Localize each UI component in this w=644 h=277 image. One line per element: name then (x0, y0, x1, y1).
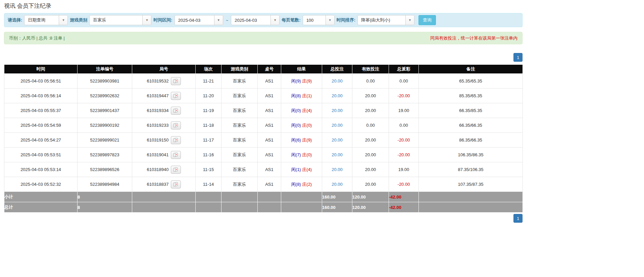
total-bet-link[interactable]: 20.00 (332, 78, 343, 84)
page-1-button[interactable]: 1 (513, 214, 523, 223)
result-player: 闲(8) (291, 93, 301, 98)
cell-session: 11-16 (196, 148, 221, 162)
result-banker: 庄(0) (302, 152, 312, 157)
game-type-label: 游戏类别 (70, 17, 87, 23)
table-row: 2025-04-03 05:52:32 522389894984 6103188… (4, 177, 523, 192)
view-cards-button[interactable] (171, 107, 181, 115)
total-bet-link[interactable]: 20.00 (332, 123, 343, 128)
cell-valid-bet: 20.00 (352, 162, 389, 177)
time-range-label: 时间区间: (153, 17, 172, 23)
cell-bet-id: 522389902632 (78, 89, 132, 103)
cell-bet-id: 522389896526 (78, 162, 132, 177)
search-button[interactable]: 查询 (418, 15, 436, 25)
cell-table-no: AS1 (258, 162, 281, 177)
total-bet-link[interactable]: 20.00 (332, 182, 343, 187)
cell-result: 闲(9) 庄(9) (281, 74, 322, 89)
cell-remark: 87.35/106.35 (419, 162, 523, 177)
cell-payout: -20.00 (389, 148, 419, 162)
table-row: 2025-04-03 05:56:51 522389903981 6103195… (4, 74, 523, 89)
cell-valid-bet: 20.00 (352, 133, 389, 148)
view-cards-button[interactable] (171, 92, 181, 100)
cell-table-no: AS1 (258, 89, 281, 103)
subtotal-valid-bet: 120.00 (352, 192, 389, 202)
total-bet-link[interactable]: 20.00 (332, 167, 343, 172)
round-id-text: 610319334 (147, 108, 168, 113)
cell-remark: 107.35/87.35 (419, 177, 523, 192)
query-type-select[interactable]: 日期查询 ▼ (24, 15, 68, 25)
cards-icon (173, 79, 179, 83)
cell-time: 2025-04-03 05:53:51 (4, 148, 78, 162)
result-player: 闲(0) (291, 123, 301, 128)
total-bet-link[interactable]: 20.00 (332, 108, 343, 113)
cell-bet-id: 522389899021 (78, 133, 132, 148)
cell-bet-id: 522389894984 (78, 177, 132, 192)
table-body: 2025-04-03 05:56:51 522389903981 6103195… (4, 74, 523, 192)
result-banker: 庄(1) (302, 93, 312, 98)
cell-time: 2025-04-03 05:56:14 (4, 89, 78, 103)
cards-icon (173, 108, 179, 113)
cell-payout: -20.00 (389, 133, 419, 148)
round-id-text: 610319233 (147, 123, 168, 128)
cell-total-bet: 20.00 (322, 177, 352, 192)
cell-total-bet: 20.00 (322, 118, 352, 133)
cell-bet-id: 522389901437 (78, 103, 132, 118)
result-banker: 庄(4) (302, 108, 312, 113)
view-cards-button[interactable] (171, 166, 181, 174)
view-cards-button[interactable] (171, 77, 181, 85)
cards-icon (173, 94, 179, 98)
cell-bet-id: 522389897823 (78, 148, 132, 162)
result-player: 闲(6) (291, 137, 301, 143)
total-valid-bet: 120.00 (352, 202, 389, 213)
header-total-bet: 总投注 (322, 65, 352, 74)
total-bet-link[interactable]: 20.00 (332, 137, 343, 143)
page-size-label: 每页笔数: (282, 17, 300, 23)
cell-result: 闲(0) 庄(4) (281, 103, 322, 118)
cell-total-bet: 20.00 (322, 133, 352, 148)
cell-result: 闲(8) 庄(2) (281, 177, 322, 192)
chevron-down-icon: ▼ (59, 15, 67, 25)
cell-result: 闲(0) 庄(0) (281, 118, 322, 133)
date-from-value: 2025-04-03 (175, 18, 214, 23)
sort-select[interactable]: 降幂(由大到小) ▼ (357, 15, 414, 25)
cell-round-id: 610319447 (132, 89, 196, 103)
game-type-value: 百家乐 (90, 17, 142, 23)
cell-valid-bet: 0.00 (352, 118, 389, 133)
cards-icon (173, 182, 179, 186)
cell-result: 闲(8) 庄(1) (281, 89, 322, 103)
page-size-select[interactable]: 100 ▼ (303, 15, 335, 25)
game-type-select[interactable]: 百家乐 ▼ (89, 15, 151, 25)
view-cards-button[interactable] (171, 121, 181, 129)
header-round-id: 局号 (132, 65, 196, 74)
view-cards-button[interactable] (171, 136, 181, 144)
total-label: 总计 (4, 202, 78, 213)
result-banker: 庄(4) (302, 167, 312, 172)
sort-value: 降幂(由大到小) (358, 17, 405, 23)
result-player: 闲(0) (291, 108, 301, 113)
header-valid-bet: 有效投注 (352, 65, 389, 74)
cell-game-type: 百家乐 (221, 103, 258, 118)
date-from-input[interactable]: 2025-04-03 ▼ (175, 15, 223, 25)
page-1-button[interactable]: 1 (513, 53, 523, 62)
cell-remark: 85.35/65.35 (419, 89, 523, 103)
cell-total-bet: 20.00 (322, 89, 352, 103)
cell-table-no: AS1 (258, 74, 281, 89)
summary-notice: 同局有效投注，统一计算在该局第一张注单内 (430, 35, 517, 41)
round-id-text: 610318940 (147, 167, 168, 172)
header-game-type: 游戏类别 (221, 65, 258, 74)
cell-round-id: 610319532 (132, 74, 196, 89)
cell-total-bet: 20.00 (322, 162, 352, 177)
total-bet-link[interactable]: 20.00 (332, 93, 343, 98)
cell-payout: 19.00 (389, 103, 419, 118)
total-bet-link[interactable]: 20.00 (332, 152, 343, 157)
header-payout: 总派彩 (389, 65, 419, 74)
subtotal-row: 小计 8 160.00 120.00 -42.00 (4, 192, 523, 202)
cell-remark: 106.35/86.35 (419, 148, 523, 162)
chevron-down-icon: ▼ (214, 15, 223, 25)
date-to-input[interactable]: 2025-04-03 ▼ (231, 15, 280, 25)
page-size-value: 100 (303, 18, 326, 23)
cell-bet-id: 522389900192 (78, 118, 132, 133)
cell-round-id: 610318837 (132, 177, 196, 192)
view-cards-button[interactable] (171, 151, 181, 159)
view-cards-button[interactable] (171, 180, 181, 188)
chevron-down-icon: ▼ (405, 15, 414, 25)
